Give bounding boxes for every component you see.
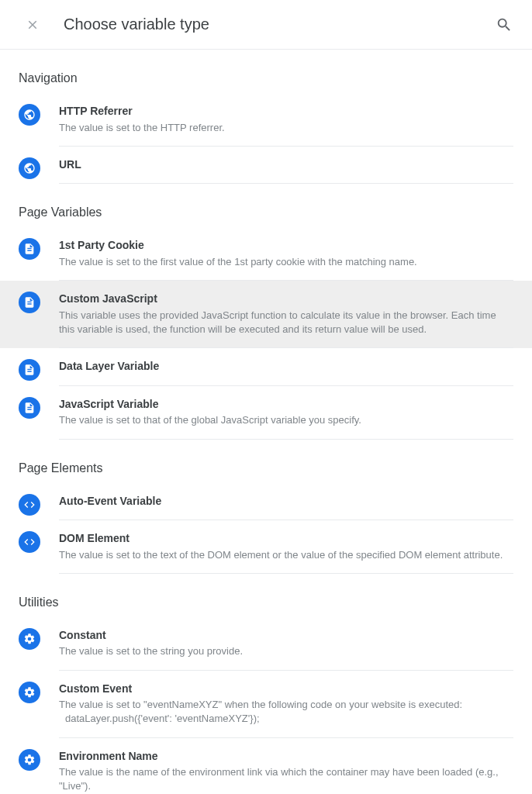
gear-icon [19, 628, 40, 650]
variable-type-item[interactable]: URL [0, 147, 532, 185]
item-title: Constant [59, 628, 513, 644]
code-icon [19, 531, 40, 553]
item-body: Auto-Event Variable [59, 494, 513, 521]
globe-icon [19, 157, 40, 179]
item-body: JavaScript VariableThe value is set to t… [59, 397, 513, 440]
item-body: HTTP ReferrerThe value is set to the HTT… [59, 104, 513, 147]
item-title: URL [59, 157, 513, 173]
search-button[interactable] [495, 16, 513, 34]
item-desc: The value is set to the text of the DOM … [59, 548, 513, 562]
item-title: Custom JavaScript [59, 292, 513, 307]
item-desc: This variable uses the provided JavaScri… [59, 309, 513, 337]
item-body: DOM ElementThe value is set to the text … [59, 531, 513, 574]
variable-type-item[interactable]: Auto-Event Variable [0, 483, 532, 521]
section-title: Utilities [0, 574, 532, 617]
dialog-header: Choose variable type [0, 0, 532, 50]
item-body: Custom JavaScriptThis variable uses the … [59, 292, 513, 348]
item-body: ConstantThe value is set to the string y… [59, 628, 513, 671]
item-desc: The value is the name of the environment… [59, 765, 513, 793]
globe-icon [19, 104, 40, 126]
section-title: Navigation [0, 50, 532, 93]
close-icon [26, 18, 40, 32]
dialog-title: Choose variable type [64, 16, 495, 33]
variable-type-item[interactable]: 1st Party CookieThe value is set to the … [0, 227, 532, 281]
doc-icon [19, 359, 40, 381]
item-title: DOM Element [59, 531, 513, 547]
item-desc: The value is set to that of the global J… [59, 413, 513, 427]
item-desc: The value is set to the string you provi… [59, 644, 513, 658]
item-body: URL [59, 157, 513, 185]
section-title: Page Elements [0, 440, 532, 483]
item-title: Auto-Event Variable [59, 494, 513, 509]
doc-icon [19, 292, 40, 313]
item-title: JavaScript Variable [59, 397, 513, 413]
section-title: Page Variables [0, 184, 532, 227]
close-button[interactable] [23, 16, 42, 34]
search-icon [496, 16, 513, 33]
item-title: Custom Event [59, 682, 513, 697]
gear-icon [19, 749, 40, 771]
doc-icon [19, 397, 40, 419]
variable-type-item[interactable]: Custom JavaScriptThis variable uses the … [0, 281, 532, 348]
item-desc: The value is set to the HTTP referrer. [59, 121, 513, 135]
item-body: Environment NameThe value is the name of… [59, 749, 513, 794]
item-title: Environment Name [59, 749, 513, 765]
item-body: 1st Party CookieThe value is set to the … [59, 238, 513, 281]
item-title: HTTP Referrer [59, 104, 513, 119]
variable-type-item[interactable]: DOM ElementThe value is set to the text … [0, 520, 532, 574]
gear-icon [19, 682, 40, 703]
item-title: 1st Party Cookie [59, 238, 513, 254]
doc-icon [19, 238, 40, 260]
code-icon [19, 494, 40, 516]
item-desc: The value is set to the first value of t… [59, 255, 513, 269]
variable-type-item[interactable]: Custom EventThe value is set to "eventNa… [0, 671, 532, 738]
item-body: Custom EventThe value is set to "eventNa… [59, 682, 513, 738]
item-title: Data Layer Variable [59, 359, 513, 375]
variable-type-item[interactable]: JavaScript VariableThe value is set to t… [0, 386, 532, 440]
content-scroll[interactable]: NavigationHTTP ReferrerThe value is set … [0, 50, 532, 794]
variable-type-item[interactable]: Data Layer Variable [0, 348, 532, 386]
variable-type-item[interactable]: ConstantThe value is set to the string y… [0, 617, 532, 671]
item-body: Data Layer Variable [59, 359, 513, 386]
variable-type-item[interactable]: Environment NameThe value is the name of… [0, 738, 532, 794]
variable-type-item[interactable]: HTTP ReferrerThe value is set to the HTT… [0, 93, 532, 147]
item-desc: The value is set to "eventNameXYZ" when … [59, 698, 513, 726]
